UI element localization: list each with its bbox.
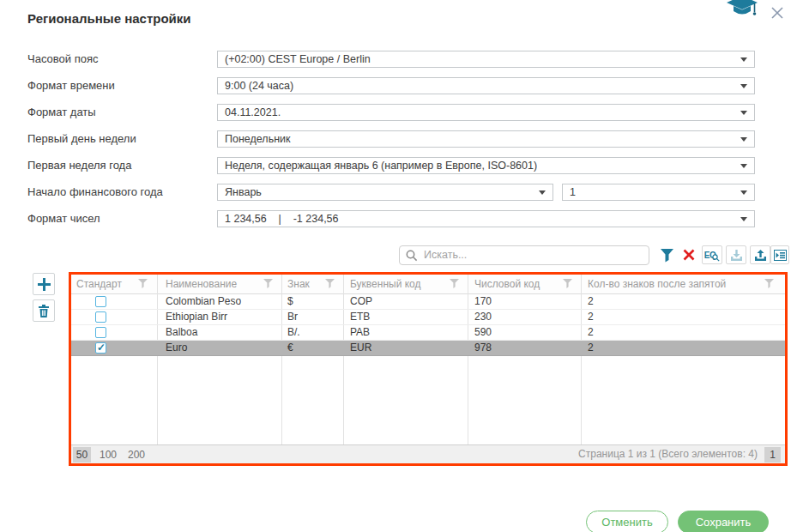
- field-first-weekday: Первый день недели Понедельник: [27, 130, 755, 148]
- page-title: Региональные настройки: [27, 11, 191, 26]
- upload-icon: [754, 249, 767, 262]
- download-icon: [730, 249, 743, 262]
- column-filter-icon[interactable]: [263, 279, 273, 288]
- search-columns-button[interactable]: EQ: [702, 245, 722, 264]
- column-filter-icon[interactable]: [563, 279, 572, 288]
- search-icon: [406, 250, 418, 262]
- currency-table: Стандарт Наименование Знак Буквенный код…: [69, 272, 788, 466]
- chevron-down-icon: [740, 190, 747, 195]
- column-header-standard: Стандарт: [76, 275, 122, 293]
- export-button[interactable]: [750, 245, 770, 264]
- delete-currency-button[interactable]: [33, 299, 55, 322]
- search-placeholder: Искать...: [424, 246, 467, 264]
- field-timezone: Часовой пояс (+02:00) CEST Europe / Berl…: [27, 51, 755, 68]
- plus-icon: [38, 278, 51, 291]
- chevron-down-icon: [740, 84, 747, 88]
- field-label: Начало финансового года: [27, 184, 163, 201]
- column-header-alpha-code: Буквенный код: [350, 275, 421, 293]
- add-currency-button[interactable]: [33, 273, 55, 295]
- chevron-down-icon: [539, 190, 546, 195]
- page-number-button[interactable]: 1: [764, 447, 781, 462]
- clear-x-icon: [682, 248, 696, 262]
- pagination-info: Страница 1 из 1 (Всего элементов: 4): [578, 445, 758, 463]
- field-time-format: Формат времени 9:00 (24 часа): [27, 77, 755, 94]
- search-input[interactable]: Искать...: [399, 245, 649, 265]
- timezone-select[interactable]: (+02:00) CEST Europe / Berlin: [217, 51, 755, 68]
- save-button[interactable]: Сохранить: [678, 511, 769, 532]
- training-cap-icon[interactable]: [726, 0, 760, 20]
- standard-checkbox[interactable]: [95, 342, 106, 354]
- page-size-50[interactable]: 50: [73, 447, 91, 462]
- column-filter-icon[interactable]: [325, 279, 335, 288]
- magnifier-icon: [712, 254, 720, 262]
- column-header-decimals: Кол-во знаков после запятой: [588, 275, 726, 293]
- chevron-down-icon: [740, 111, 747, 115]
- pagination-bar: 50 100 200 Страница 1 из 1 (Всего элемен…: [71, 444, 785, 463]
- standard-checkbox[interactable]: [95, 311, 106, 323]
- field-label: Первая неделя года: [27, 157, 131, 174]
- column-header-name: Наименование: [166, 275, 237, 293]
- standard-checkbox[interactable]: [95, 327, 106, 338]
- standard-checkbox[interactable]: [95, 296, 106, 307]
- chevron-down-icon: [740, 217, 747, 221]
- first-week-select[interactable]: Неделя, содержащая январь 6 (например в …: [217, 157, 755, 174]
- page-size-100[interactable]: 100: [97, 447, 119, 462]
- table-row-selected[interactable]: Euro € EUR 978 2: [71, 341, 785, 356]
- field-label: Формат даты: [27, 104, 96, 121]
- trash-icon: [38, 305, 50, 317]
- table-row[interactable]: Ethiopian Birr Br ETB 230 2: [71, 310, 785, 325]
- column-header-numeric-code: Числовой код: [474, 275, 540, 293]
- chevron-down-icon: [740, 137, 747, 142]
- field-label: Формат времени: [27, 77, 115, 94]
- close-icon[interactable]: [770, 6, 784, 20]
- time-format-select[interactable]: 9:00 (24 часа): [217, 77, 755, 94]
- clear-filter-button[interactable]: [679, 246, 698, 263]
- field-date-format: Формат даты 04.11.2021.: [27, 104, 755, 121]
- field-number-format: Формат чисел 1 234,56 | -1 234,56: [27, 210, 755, 227]
- cancel-button[interactable]: Отменить: [586, 511, 668, 532]
- date-format-select[interactable]: 04.11.2021.: [217, 104, 755, 121]
- column-header-sign: Знак: [287, 275, 310, 293]
- field-first-week: Первая неделя года Неделя, содержащая ян…: [27, 157, 755, 174]
- column-filter-icon[interactable]: [764, 279, 774, 288]
- first-weekday-select[interactable]: Понедельник: [217, 130, 755, 148]
- field-fiscal-year-start: Начало финансового года Январь 1: [27, 184, 755, 201]
- table-header: Стандарт Наименование Знак Буквенный код…: [71, 275, 785, 294]
- column-filter-icon[interactable]: [450, 279, 459, 288]
- filter-button[interactable]: [657, 246, 676, 263]
- chevron-down-icon: [740, 164, 747, 168]
- number-format-select[interactable]: 1 234,56 | -1 234,56: [217, 210, 755, 227]
- import-button[interactable]: [726, 245, 746, 264]
- fiscal-month-select[interactable]: Январь: [217, 184, 553, 201]
- field-label: Формат чисел: [27, 210, 100, 227]
- regional-settings-dialog: Региональные настройки Часовой пояс (+02…: [0, 0, 791, 532]
- fiscal-day-select[interactable]: 1: [562, 184, 755, 201]
- table-row[interactable]: Balboa B/. PAB 590 2: [71, 325, 785, 341]
- chevron-down-icon: [740, 57, 747, 62]
- column-chooser-icon: [774, 250, 787, 261]
- filter-funnel-icon: [660, 248, 674, 263]
- column-filter-icon[interactable]: [138, 279, 148, 288]
- table-row[interactable]: Colombian Peso $ COP 170 2: [71, 294, 785, 310]
- field-label: Часовой пояс: [27, 51, 98, 68]
- page-size-200[interactable]: 200: [125, 447, 148, 462]
- field-label: Первый день недели: [27, 130, 136, 148]
- column-chooser-button[interactable]: [770, 245, 789, 264]
